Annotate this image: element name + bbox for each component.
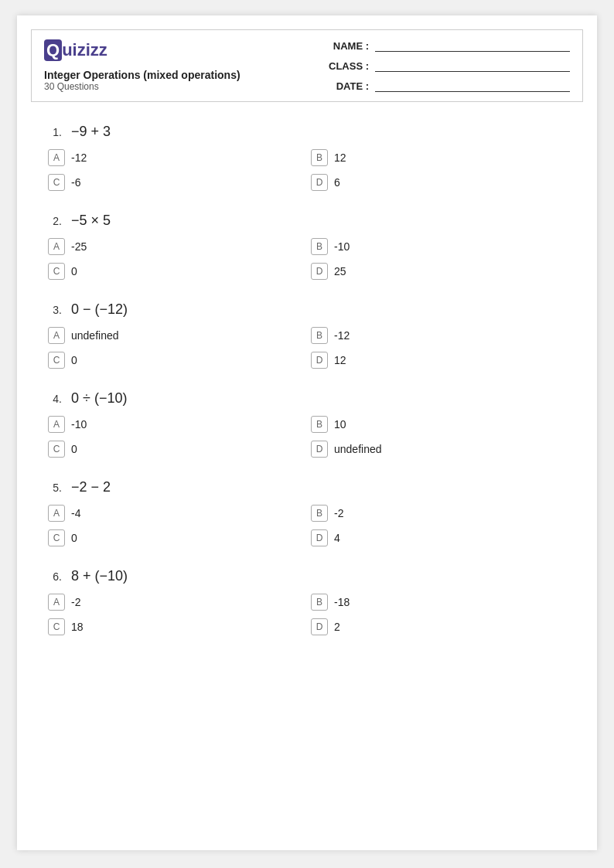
answer-letter-c: C <box>48 174 65 191</box>
answer-letter-c: C <box>48 618 65 635</box>
answer-letter-a: A <box>48 416 65 433</box>
question-3: 3.0 − (−12)AundefinedB-12C0D12 <box>40 301 574 369</box>
question-1: 1.−9 + 3A-12B12C-6D6 <box>40 124 574 191</box>
date-line <box>375 80 570 92</box>
answer-letter-c: C <box>48 263 65 280</box>
answer-text-b: -12 <box>334 329 350 342</box>
question-3-answers: AundefinedB-12C0D12 <box>40 327 574 369</box>
question-1-answer-d[interactable]: D6 <box>311 174 574 191</box>
answer-text-a: -25 <box>71 240 87 253</box>
answer-letter-b: B <box>311 416 328 433</box>
question-1-row: 1.−9 + 3 <box>40 124 574 140</box>
question-6-expr: 8 + (−10) <box>71 568 128 584</box>
question-6-answer-b[interactable]: B-18 <box>311 594 574 611</box>
question-3-answer-d[interactable]: D12 <box>311 352 574 369</box>
answer-letter-d: D <box>311 263 328 280</box>
question-5-answer-c[interactable]: C0 <box>48 529 311 546</box>
question-6-answer-c[interactable]: C18 <box>48 618 311 635</box>
question-4-expr: 0 ÷ (−10) <box>71 390 127 407</box>
answer-letter-a: A <box>48 594 65 611</box>
question-5-answer-a[interactable]: A-4 <box>48 505 311 522</box>
answer-text-c: 0 <box>71 354 77 366</box>
answer-text-b: -10 <box>334 240 350 253</box>
header: Q uizizz Integer Operations (mixed opera… <box>31 29 583 102</box>
question-6-number: 6. <box>40 570 62 583</box>
answer-letter-b: B <box>311 238 328 255</box>
question-4-answer-d[interactable]: Dundefined <box>311 441 574 458</box>
name-line <box>375 39 570 52</box>
answer-text-c: 0 <box>71 265 77 277</box>
question-5-answer-d[interactable]: D4 <box>311 529 574 546</box>
question-3-number: 3. <box>40 304 62 316</box>
question-2-answer-a[interactable]: A-25 <box>48 238 311 255</box>
answer-letter-a: A <box>48 238 65 255</box>
question-4-answer-a[interactable]: A-10 <box>48 416 311 433</box>
question-5-answer-b[interactable]: B-2 <box>311 505 574 522</box>
question-2-answer-c[interactable]: C0 <box>48 263 311 280</box>
answer-text-a: -12 <box>71 151 87 164</box>
quiz-subtitle: 30 Questions <box>44 81 240 92</box>
answer-letter-d: D <box>311 352 328 369</box>
logo-q-letter: Q <box>44 39 62 61</box>
answer-letter-d: D <box>311 174 328 191</box>
answer-text-b: -18 <box>334 596 350 608</box>
questions-container: 1.−9 + 3A-12B12C-6D62.−5 × 5A-25B-10C0D2… <box>17 102 597 665</box>
question-1-number: 1. <box>40 126 62 138</box>
question-6-answer-d[interactable]: D2 <box>311 618 574 635</box>
answer-text-c: -6 <box>71 176 80 189</box>
question-5: 5.−2 − 2A-4B-2C0D4 <box>40 479 574 546</box>
answer-text-b: -2 <box>334 507 343 519</box>
name-field-row: NAME : <box>322 39 570 52</box>
question-1-answers: A-12B12C-6D6 <box>40 149 574 191</box>
question-4-answer-b[interactable]: B10 <box>311 416 574 433</box>
question-6: 6.8 + (−10)A-2B-18C18D2 <box>40 568 574 635</box>
answer-letter-c: C <box>48 529 65 546</box>
question-3-answer-c[interactable]: C0 <box>48 352 311 369</box>
question-3-answer-b[interactable]: B-12 <box>311 327 574 344</box>
question-2-answer-d[interactable]: D25 <box>311 263 574 280</box>
answer-text-c: 0 <box>71 532 77 544</box>
answer-text-c: 18 <box>71 621 84 633</box>
answer-text-a: undefined <box>71 329 119 342</box>
answer-letter-c: C <box>48 441 65 458</box>
class-label: CLASS : <box>322 60 369 72</box>
answer-letter-b: B <box>311 149 328 166</box>
answer-text-b: 10 <box>334 418 346 431</box>
name-label: NAME : <box>322 40 369 52</box>
question-1-answer-c[interactable]: C-6 <box>48 174 311 191</box>
answer-letter-a: A <box>48 505 65 522</box>
question-4-number: 4. <box>40 393 62 405</box>
question-2-answer-b[interactable]: B-10 <box>311 238 574 255</box>
question-6-answer-a[interactable]: A-2 <box>48 594 311 611</box>
logo-text: uizizz <box>62 40 107 60</box>
date-field-row: DATE : <box>322 80 570 92</box>
answer-text-a: -10 <box>71 418 87 431</box>
question-2-number: 2. <box>40 215 62 227</box>
question-2-expr: −5 × 5 <box>71 213 111 229</box>
question-1-answer-a[interactable]: A-12 <box>48 149 311 166</box>
question-5-expr: −2 − 2 <box>71 479 111 495</box>
question-5-number: 5. <box>40 482 62 494</box>
question-6-answers: A-2B-18C18D2 <box>40 594 574 635</box>
question-4-answer-c[interactable]: C0 <box>48 441 311 458</box>
question-5-row: 5.−2 − 2 <box>40 479 574 495</box>
question-1-expr: −9 + 3 <box>71 124 111 140</box>
answer-text-d: 2 <box>334 621 340 633</box>
question-3-answer-a[interactable]: Aundefined <box>48 327 311 344</box>
question-4: 4.0 ÷ (−10)A-10B10C0Dundefined <box>40 390 574 458</box>
answer-letter-d: D <box>311 618 328 635</box>
answer-letter-c: C <box>48 352 65 369</box>
question-1-answer-b[interactable]: B12 <box>311 149 574 166</box>
answer-letter-b: B <box>311 505 328 522</box>
class-field-row: CLASS : <box>322 60 570 72</box>
answer-text-d: undefined <box>334 443 382 455</box>
question-2: 2.−5 × 5A-25B-10C0D25 <box>40 213 574 280</box>
date-label: DATE : <box>322 80 369 92</box>
answer-text-a: -2 <box>71 596 80 608</box>
question-5-answers: A-4B-2C0D4 <box>40 505 574 546</box>
question-3-expr: 0 − (−12) <box>71 301 128 318</box>
answer-text-a: -4 <box>71 507 80 519</box>
header-left: Q uizizz Integer Operations (mixed opera… <box>44 39 240 92</box>
answer-letter-a: A <box>48 149 65 166</box>
class-line <box>375 60 570 72</box>
